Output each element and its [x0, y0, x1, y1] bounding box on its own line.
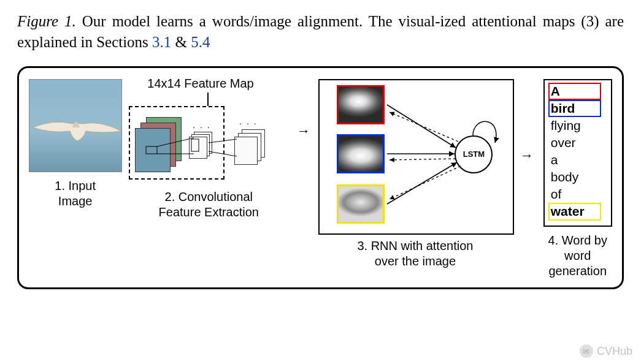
panel-word-generation: Abirdflyingoverabodyofwater 4. Word by w… — [542, 79, 613, 279]
svg-line-8 — [387, 162, 457, 204]
section-ref-b: 5.4 — [191, 34, 210, 50]
generated-word: a — [548, 151, 601, 169]
input-image — [29, 79, 122, 172]
ellipsis-icon: · · · — [239, 118, 257, 128]
panel-1-label: 1. Input Image — [55, 178, 96, 209]
caption-amp: & — [171, 34, 191, 50]
bird-illustration-icon — [29, 80, 121, 172]
panel-input-image: 1. Input Image — [28, 79, 123, 209]
svg-line-6 — [387, 105, 456, 148]
arrow-rnn-to-words-icon: → — [518, 79, 535, 232]
arrow-conv-to-rnn-icon: → — [294, 79, 312, 183]
panel-2-label: 2. Convolutional Feature Extraction — [159, 189, 259, 220]
generated-word: A — [548, 83, 601, 100]
generated-word: bird — [548, 100, 601, 117]
svg-line-10 — [390, 159, 456, 160]
generated-words-box: Abirdflyingoverabodyofwater — [543, 79, 612, 227]
ellipsis-icon: · · · — [193, 122, 210, 132]
panel-3-label: 3. RNN with attention over the image — [357, 238, 473, 269]
figure-number: Figure 1. — [17, 13, 76, 29]
svg-line-9 — [390, 112, 458, 142]
feature-map-label: 14x14 Feature Map — [147, 77, 253, 91]
generated-word: over — [548, 134, 601, 151]
generated-word: flying — [548, 117, 601, 134]
rnn-connections-icon — [318, 79, 512, 232]
panel-rnn-attention: LSTM 3. RNN with at — [318, 79, 512, 269]
caption-text-1: Our model learns a words/image alignment… — [17, 13, 624, 50]
generated-word: water — [548, 203, 601, 220]
panel-4-label: 4. Word by word generation — [548, 233, 607, 279]
generated-word: body — [548, 169, 601, 186]
panel-conv-features: 14x14 Feature Map · · · · · · — [129, 79, 288, 220]
figure-diagram: 1. Input Image 14x14 Feature Map · · · — [17, 66, 624, 289]
section-ref-a: 3.1 — [152, 34, 171, 50]
generated-word: of — [548, 186, 601, 203]
svg-line-11 — [390, 166, 461, 199]
figure-caption: Figure 1. Our model learns a words/image… — [17, 11, 624, 53]
